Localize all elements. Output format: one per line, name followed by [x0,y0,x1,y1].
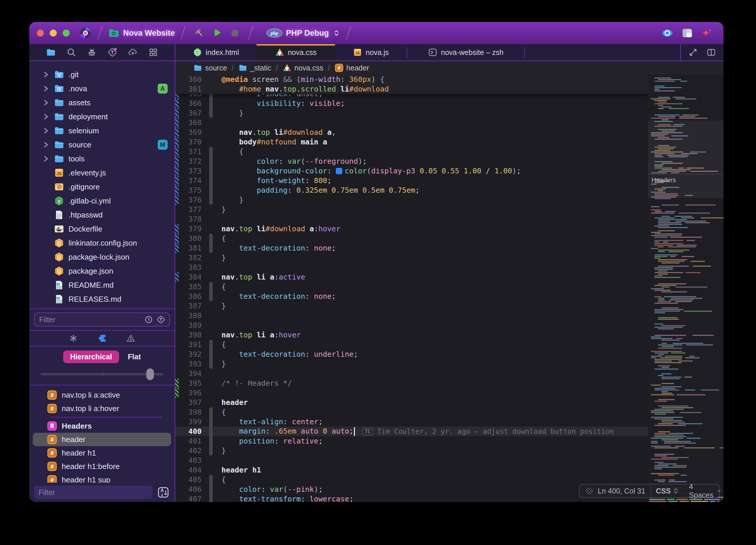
language-selector[interactable]: CSS [651,487,684,495]
code-line-403[interactable]: 403 [175,455,648,465]
code-line-393[interactable]: 393} [175,359,648,369]
code-line-369[interactable]: 369 nav.top li#download a, [175,128,648,137]
tab-nova-website-zsh[interactable]: nova-website – zsh [407,44,524,61]
code-line-378[interactable]: 378 [175,214,648,224]
code-line-405[interactable]: 405{ [175,475,648,484]
code-line-401[interactable]: 401 position: relative; [175,436,648,446]
code-line-367[interactable]: 367 } [175,108,648,118]
code-line-360[interactable]: 360@media screen && (min-width: 360px) { [175,75,648,84]
tree-item-releases-md[interactable]: MRELEASES.md [29,292,175,306]
recent-filters-icon[interactable] [144,315,153,324]
code-line-376[interactable]: 376 } [175,195,648,205]
code-line-398[interactable]: 398{ [175,407,648,417]
code-line-407[interactable]: 407 text-transform: lowercase; [175,494,648,502]
hammer-button[interactable] [193,28,204,38]
task-selector[interactable]: php PHP Debug [266,28,341,38]
code-line-375[interactable]: 375 padding: 0.325em 0.75em 0.5em 0.75em… [175,185,648,195]
split-button[interactable] [707,48,716,57]
code-line-387[interactable]: 387} [175,301,648,311]
symbol-header[interactable]: #header [33,433,171,446]
tab-nova-css[interactable]: nova.css [257,44,335,61]
filter-options-icon[interactable] [157,315,165,324]
view-flat-option[interactable]: Flat [128,352,141,361]
file-filter-input[interactable] [39,315,141,324]
breadcrumb-item-header[interactable]: #header [335,63,369,72]
stop-button[interactable] [230,28,240,38]
tree-item-deployment[interactable]: deployment [29,110,175,124]
symbols-warn-icon[interactable] [126,333,135,343]
zoom-window-button[interactable] [63,30,70,37]
tab-nova-js[interactable]: JSnova.js [335,44,407,61]
code-line-388[interactable]: 388 [175,311,648,320]
workspace-chip[interactable]: Nova Website [108,27,175,39]
code-line-392[interactable]: 392 text-decoration: underline; [175,349,648,359]
tree-item-package-json[interactable]: {}package.json [29,264,175,278]
code-line-377[interactable]: 377} [175,205,648,214]
code-line-384[interactable]: 384nav.top li a:active [175,272,648,282]
code-line-366[interactable]: 366 visibility: visible; [175,99,648,108]
breadcrumb-item-nova-css[interactable]: nova.css [283,63,323,72]
tree-item--git[interactable]: .git [29,68,175,82]
tree-item-linkinator-config-json[interactable]: {}linkinator.config.json [29,236,175,250]
code-line-400[interactable]: 400 margin: .65em auto 0 auto;TCTim Coul… [175,427,648,436]
chevron-right-icon[interactable] [42,141,50,149]
code-line-374[interactable]: 374 font-weight: 800; [175,176,648,185]
chevron-right-icon[interactable] [42,71,50,78]
tree-item--gitlab-ci-yml[interactable]: y.gitlab-ci.yml [29,194,175,208]
code-line-373[interactable]: 373 background-color: color(display-p3 0… [175,166,648,176]
symbols-layers-icon[interactable] [97,333,107,343]
code-line-395[interactable]: 395/* !- Headers */ [175,378,648,388]
tree-item-selenium[interactable]: selenium [29,124,175,138]
symbol-nav-top-li-a-active[interactable]: #nav.top li a:active [33,388,171,402]
symbol-nav-top-li-a-hover[interactable]: #nav.top li a:hover [33,402,171,415]
symbols-filter-input[interactable] [38,488,148,497]
tree-item-dockerfile[interactable]: Dockerfile [29,222,175,236]
code-line-372[interactable]: 372 color: var(--foreground); [175,157,648,166]
minimap-viewport[interactable] [648,121,724,198]
code-line-383[interactable]: 383 [175,263,648,272]
breadcrumb-item-source[interactable]: source [193,63,227,72]
code-line-394[interactable]: 394 [175,369,648,378]
code-editor[interactable]: 365 z-index: unset;366 visibility: visib… [175,75,648,502]
sidebar-tab-debug[interactable] [87,47,97,57]
tab-index-html[interactable]: index.html [175,44,257,61]
sidebar-tab-cloud-sync[interactable] [128,47,138,57]
tree-item-source[interactable]: sourceM [29,138,175,152]
code-line-386[interactable]: 386 text-decoration: none; [175,291,648,301]
tree-item-tools[interactable]: tools [29,152,175,166]
play-button[interactable] [212,28,222,38]
code-line-391[interactable]: 391{ [175,340,648,349]
symbols-asterisk-icon[interactable] [69,333,78,343]
code-line-385[interactable]: 385{ [175,282,648,291]
code-line-370[interactable]: 370 body#notfound main a [175,137,648,147]
tree-item-package-lock-json[interactable]: {}package-lock.json [29,250,175,264]
chevron-right-icon[interactable] [42,113,50,121]
sidebar-tab-extensions[interactable] [148,47,158,57]
minimize-window-button[interactable] [50,30,57,37]
chevron-right-icon[interactable] [42,85,50,92]
chevron-right-icon[interactable] [42,155,50,163]
tree-item--eleventy-js[interactable]: JS.eleventy.js [29,166,175,180]
code-line-382[interactable]: 382} [175,253,648,263]
tree-item-assets[interactable]: assets [29,96,175,110]
code-line-380[interactable]: 380{ [175,234,648,243]
sidebar-tab-search[interactable] [66,47,76,57]
panes-button[interactable] [681,27,693,39]
eye-button[interactable] [661,27,673,39]
code-line-397[interactable]: 397header [175,398,648,407]
minimap[interactable]: Headers [648,75,724,502]
code-line-381[interactable]: 381 text-decoration: none; [175,243,648,253]
tree-item-readme-md[interactable]: MREADME.md [29,278,175,292]
code-line-371[interactable]: 371 { [175,147,648,157]
chevron-right-icon[interactable] [42,127,50,135]
tree-item--nova[interactable]: .novaA [29,82,175,96]
sidebar-tab-publish[interactable] [107,47,117,57]
sidebar-tab-files[interactable] [46,47,56,57]
code-line-390[interactable]: 390nav.top li a:hover [175,330,648,340]
sparkles-button[interactable] [701,27,713,39]
expand-button[interactable] [688,48,698,57]
code-line-404[interactable]: 404header h1 [175,465,648,475]
sort-alphabetical-icon[interactable]: Az [157,486,170,499]
symbol-headers[interactable]: Headers [33,419,171,433]
chevron-right-icon[interactable] [42,99,50,106]
